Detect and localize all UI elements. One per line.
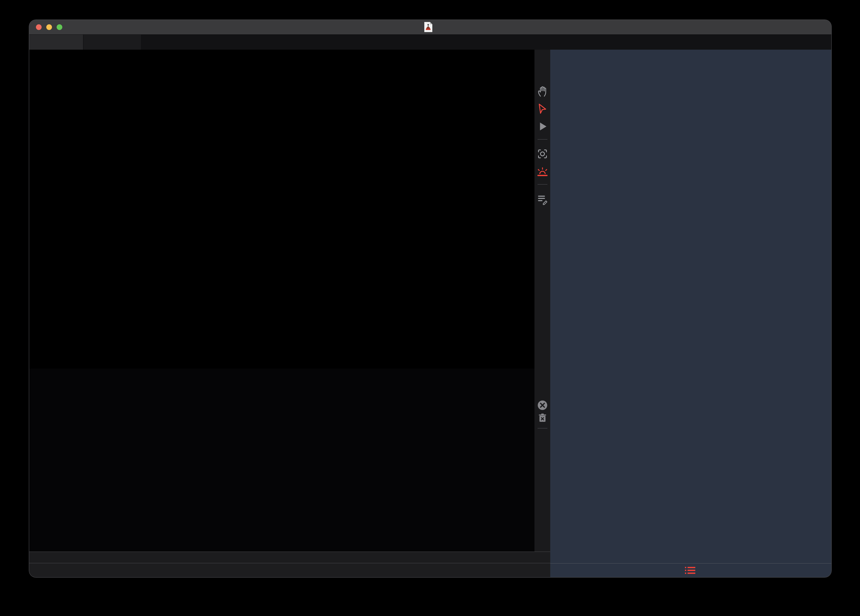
zoom-window-button[interactable]: [56, 24, 62, 30]
outline-editor-panel: [550, 50, 831, 563]
title-group: [424, 22, 437, 33]
window-controls: [36, 20, 62, 35]
toolbar-divider: [538, 139, 548, 140]
app-window: [29, 20, 831, 577]
document-stamp-icon: [424, 22, 433, 33]
tab-new-scene[interactable]: [29, 35, 83, 50]
close-console-icon[interactable]: [537, 399, 548, 411]
select-arrow-icon[interactable]: [537, 103, 548, 115]
bottom-tab-bar: [29, 563, 550, 577]
screen: [0, 0, 860, 616]
js-eval-input-row[interactable]: [29, 552, 550, 563]
console-output[interactable]: [29, 369, 534, 552]
console-toolbar-divider: [538, 428, 548, 429]
gummy-packet-render: [29, 50, 534, 369]
viewport-toolbar: [534, 50, 550, 552]
sunrise-icon[interactable]: [537, 166, 548, 178]
minimize-window-button[interactable]: [46, 24, 52, 30]
tab-gummy-x3d[interactable]: [83, 35, 141, 50]
hand-pan-icon[interactable]: [537, 85, 548, 97]
camera-center-icon[interactable]: [537, 148, 548, 160]
close-window-button[interactable]: [36, 24, 42, 30]
toolbar-divider: [538, 184, 548, 185]
viewport-3d[interactable]: [29, 50, 534, 369]
titlebar: [29, 20, 831, 35]
script-edit-icon[interactable]: [537, 193, 548, 205]
outline-list-icon[interactable]: [685, 566, 697, 575]
panel-bottom-bar: [550, 563, 831, 577]
clear-console-trash-icon[interactable]: [537, 413, 548, 423]
play-icon[interactable]: [537, 121, 548, 132]
tab-strip: [29, 35, 831, 50]
